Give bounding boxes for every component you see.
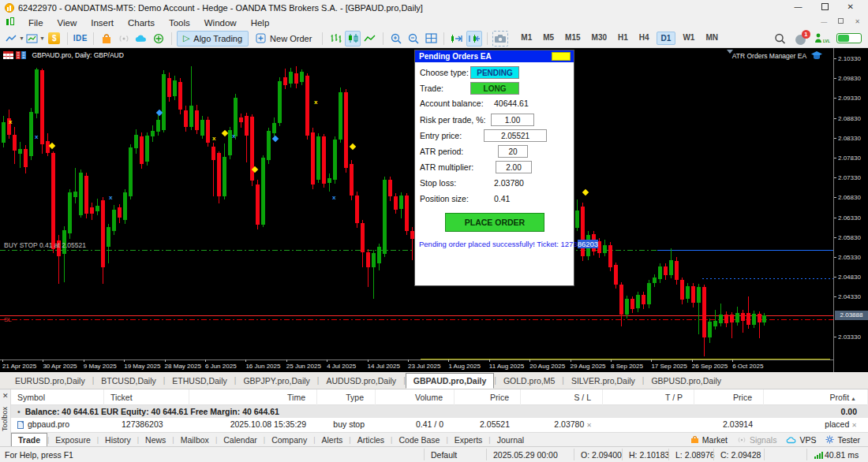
remove-sl-button[interactable]: ✕	[586, 422, 592, 429]
choose-type-button[interactable]: PENDING	[470, 66, 519, 79]
candle-body[interactable]	[234, 98, 238, 136]
candle-body[interactable]	[173, 80, 177, 96]
candle-body[interactable]	[575, 211, 579, 228]
toolbox-panel-signals[interactable]: Signals	[737, 435, 776, 445]
candle-body[interactable]	[762, 315, 766, 323]
candle-body[interactable]	[322, 136, 326, 183]
toolbox-panel-market[interactable]: Market	[690, 435, 728, 445]
candle-body[interactable]	[399, 196, 403, 210]
search-button[interactable]	[773, 31, 788, 47]
candle-body[interactable]	[686, 286, 690, 299]
candle-body[interactable]	[95, 206, 99, 211]
candle-body[interactable]	[355, 196, 359, 223]
minimize-button[interactable]: —	[795, 3, 803, 12]
chart-tab-ethusd[interactable]: ETHUSD,Daily	[165, 374, 234, 388]
toolbox-close-icon[interactable]: ✕	[2, 392, 9, 400]
column-header-time[interactable]: Time	[189, 389, 317, 405]
candle-body[interactable]	[46, 141, 50, 153]
candle-body[interactable]	[625, 299, 629, 315]
candle-body[interactable]	[206, 120, 210, 143]
atr-multiplier-input[interactable]	[496, 161, 532, 173]
candle-body[interactable]	[708, 322, 712, 337]
candle-body[interactable]	[361, 223, 365, 252]
candle-body[interactable]	[24, 149, 28, 166]
new-order-button[interactable]: New Order	[250, 31, 317, 47]
toolbox-tab-journal[interactable]: Journal	[491, 434, 530, 446]
candle-body[interactable]	[333, 140, 337, 179]
vps-button[interactable]	[133, 31, 149, 47]
candle-body[interactable]	[603, 245, 607, 253]
toolbox-panel-tester[interactable]: Tester	[825, 435, 860, 445]
candle-body[interactable]	[658, 266, 662, 280]
close-button[interactable]: ✕	[847, 3, 854, 12]
toolbox-tab-experts[interactable]: Experts	[448, 434, 489, 446]
algo-trading-button[interactable]: ▷ Algo Trading	[177, 31, 249, 47]
candle-body[interactable]	[200, 120, 204, 136]
entry-price-input[interactable]	[484, 129, 547, 142]
chart-tab-btcusd[interactable]: BTCUSD,Daily	[94, 374, 163, 388]
column-header-volume[interactable]: Volume	[376, 389, 455, 405]
candle-body[interactable]	[300, 72, 304, 83]
candle-body[interactable]	[278, 81, 282, 123]
candle-body[interactable]	[316, 136, 320, 179]
candle-body[interactable]	[669, 260, 673, 275]
candle-body[interactable]	[388, 180, 392, 196]
metaeditor-button[interactable]: IDE	[73, 31, 88, 47]
candle-body[interactable]	[691, 286, 695, 303]
candle-body[interactable]	[217, 153, 221, 196]
time-axis[interactable]: 21 Apr 202530 Apr 20259 May 202519 May 2…	[0, 360, 833, 372]
candle-body[interactable]	[377, 247, 381, 263]
timeframe-h1[interactable]: H1	[614, 32, 632, 45]
connection-toggle[interactable]	[836, 33, 862, 43]
candle-body[interactable]	[283, 77, 287, 85]
toolbox-tab-history[interactable]: History	[99, 434, 137, 446]
candle-body[interactable]	[675, 261, 679, 281]
delete-order-button[interactable]: ✕	[851, 422, 857, 429]
candle-body[interactable]	[68, 192, 72, 233]
chart-tab-eurusd.pro[interactable]: EURUSD.pro,Daily	[8, 374, 92, 388]
toolbox-tab-company[interactable]: Company	[265, 434, 313, 446]
candle-body[interactable]	[581, 207, 585, 257]
candle-body[interactable]	[327, 178, 331, 183]
candle-body[interactable]	[13, 135, 17, 151]
menu-item-tools[interactable]: Tools	[162, 17, 197, 29]
timeframe-h4[interactable]: H4	[635, 32, 653, 45]
panel-title-bar[interactable]: Pending Orders EA	[415, 50, 574, 62]
candle-body[interactable]	[40, 70, 44, 144]
candle-body[interactable]	[261, 158, 265, 225]
menu-item-help[interactable]: Help	[244, 17, 277, 29]
candle-body[interactable]	[211, 147, 215, 160]
candle-body[interactable]	[713, 321, 717, 327]
candle-body[interactable]	[129, 147, 133, 196]
candle-body[interactable]	[195, 110, 199, 130]
candle-body[interactable]	[184, 110, 188, 128]
tile-windows-button[interactable]	[423, 31, 439, 47]
candle-body[interactable]	[724, 315, 728, 323]
candle-body[interactable]	[758, 314, 761, 322]
toolbox-panel-vps[interactable]: VPS	[786, 435, 816, 445]
candle-body[interactable]	[653, 278, 657, 283]
child-restore-button[interactable]	[838, 18, 844, 26]
place-order-button[interactable]: PLACE ORDER	[445, 213, 544, 232]
candle-body[interactable]	[151, 131, 155, 136]
column-header-profit[interactable]: Profit ▲	[764, 389, 868, 405]
timeframe-mn[interactable]: MN	[702, 32, 722, 45]
candle-body[interactable]	[366, 252, 370, 267]
chart-tab-gbpusd.pro[interactable]: GBPUSD.pro,Daily	[644, 374, 728, 388]
candle-body[interactable]	[79, 173, 83, 214]
toolbox-tab-articles[interactable]: Articles	[351, 434, 391, 446]
column-header-sl[interactable]: S / L	[521, 389, 603, 405]
status-profile[interactable]: Default	[431, 450, 457, 460]
chart-tab-gbpaud.pro[interactable]: GBPAUD.pro,Daily	[406, 373, 495, 389]
timeframe-d1[interactable]: D1	[657, 32, 676, 45]
candle-body[interactable]	[719, 315, 723, 323]
candle-body[interactable]	[256, 184, 260, 225]
candle-body[interactable]	[73, 192, 77, 198]
order-row[interactable]: gbpaud.pro 127386203 2025.10.08 15:35:29…	[11, 418, 868, 431]
toolbox-tab-exposure[interactable]: Exposure	[49, 434, 96, 446]
community-level-button[interactable]: LVL	[814, 33, 830, 43]
candle-body[interactable]	[267, 131, 271, 160]
candle-body[interactable]	[697, 287, 701, 303]
candle-body[interactable]	[311, 132, 315, 184]
candle-body[interactable]	[619, 285, 623, 315]
